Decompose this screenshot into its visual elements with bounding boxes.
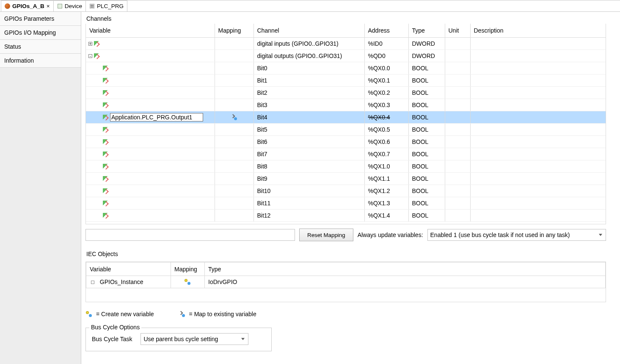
- unit-cell: [445, 111, 470, 123]
- table-row[interactable]: Bit0%QX0.0BOOL: [86, 62, 606, 74]
- address-cell: %QX1.4: [364, 209, 408, 221]
- type-cell: BOOL: [408, 160, 445, 172]
- sidebar-item-status[interactable]: Status: [0, 40, 81, 54]
- variable-editbox[interactable]: Application.PLC_PRG.Output1: [110, 113, 203, 121]
- table-row[interactable]: Bit11%QX1.3BOOL: [86, 197, 606, 209]
- table-row[interactable]: Bit7%QX0.7BOOL: [86, 148, 606, 160]
- description-cell: [470, 160, 606, 172]
- iec-col-variable[interactable]: Variable: [86, 262, 171, 276]
- table-row[interactable]: - digital outputs (GPIO0..GPIO31)%QD0DWO…: [86, 50, 606, 62]
- col-mapping[interactable]: Mapping: [215, 24, 254, 37]
- table-row[interactable]: Bit12%QX1.4BOOL: [86, 209, 606, 221]
- legend-exist-label: = Map to existing variable: [189, 311, 256, 317]
- sidebar-item-parameters[interactable]: GPIOs Parameters: [0, 12, 81, 26]
- sidebar-item-information[interactable]: Information: [0, 54, 81, 68]
- tab-gpios[interactable]: GPIOs_A_B ×: [1, 0, 54, 11]
- output-icon: [103, 127, 108, 132]
- iec-col-mapping[interactable]: Mapping: [171, 262, 205, 276]
- tree-icon: [90, 279, 96, 285]
- bus-cycle-task-value: Use parent bus cycle setting: [143, 336, 218, 342]
- legend: = Create new variable = Map to existing …: [85, 311, 620, 317]
- table-row[interactable]: + digital inputs (GPIO0..GPIO31)%ID0DWOR…: [86, 37, 606, 50]
- bus-cycle-task-label: Bus Cycle Task: [92, 336, 132, 342]
- type-cell: BOOL: [408, 197, 445, 209]
- tab-label: Device: [65, 3, 82, 9]
- tab-label: PLC_PRG: [97, 3, 124, 9]
- channel-cell: Bit3: [254, 99, 364, 111]
- unit-cell: [445, 172, 470, 185]
- unit-cell: [445, 185, 470, 197]
- tabs-bar: GPIOs_A_B × Device PLC_PRG: [0, 0, 620, 12]
- col-channel[interactable]: Channel: [254, 24, 364, 37]
- map-exist-icon: [179, 312, 185, 317]
- unit-cell: [445, 135, 470, 148]
- channels-table-wrap: Variable Mapping Channel Address Type Un…: [85, 24, 606, 224]
- col-address[interactable]: Address: [364, 24, 408, 37]
- output-icon: [103, 115, 108, 120]
- table-row[interactable]: Bit10%QX1.2BOOL: [86, 185, 606, 197]
- type-cell: DWORD: [408, 37, 445, 50]
- sidebar-item-io-mapping[interactable]: GPIOs I/O Mapping: [0, 26, 81, 40]
- iec-table-wrap: Variable Mapping Type GPIOs_Instance IoD…: [85, 262, 606, 302]
- unit-cell: [445, 123, 470, 135]
- type-cell: BOOL: [408, 123, 445, 135]
- tree-toggle-icon[interactable]: -: [88, 54, 92, 58]
- iec-col-type[interactable]: Type: [205, 262, 606, 276]
- description-cell: [470, 37, 606, 50]
- channel-cell: Bit1: [254, 74, 364, 86]
- channel-cell: digital inputs (GPIO0..GPIO31): [254, 37, 364, 50]
- type-cell: BOOL: [408, 209, 445, 221]
- table-row[interactable]: Bit6%QX0.6BOOL: [86, 135, 606, 148]
- description-cell: [470, 209, 606, 221]
- channel-cell: Bit10: [254, 185, 364, 197]
- output-icon: [103, 102, 108, 108]
- output-icon: [103, 139, 108, 145]
- iec-type: IoDrvGPIO: [205, 276, 606, 288]
- reset-mapping-button[interactable]: Reset Mapping: [299, 229, 353, 241]
- col-variable[interactable]: Variable: [86, 24, 215, 37]
- channel-cell: Bit9: [254, 172, 364, 185]
- type-cell: BOOL: [408, 74, 445, 86]
- tab-plcprg[interactable]: PLC_PRG: [85, 0, 127, 11]
- table-row[interactable]: Application.PLC_PRG.Output1Bit4%QX0.4BOO…: [86, 111, 606, 123]
- iec-table: Variable Mapping Type GPIOs_Instance IoD…: [86, 262, 606, 288]
- bus-cycle-task-select[interactable]: Use parent bus cycle setting: [141, 333, 248, 345]
- channel-cell: Bit12: [254, 209, 364, 221]
- update-label: Always update variables:: [358, 232, 423, 238]
- tab-device[interactable]: Device: [53, 0, 86, 11]
- col-type[interactable]: Type: [408, 24, 445, 37]
- col-unit[interactable]: Unit: [445, 24, 470, 37]
- map-new-icon: [185, 279, 190, 285]
- table-row[interactable]: Bit9%QX1.1BOOL: [86, 172, 606, 185]
- update-variables-select[interactable]: Enabled 1 (use bus cycle task if not use…: [427, 229, 606, 241]
- update-value: Enabled 1 (use bus cycle task if not use…: [430, 232, 570, 238]
- type-cell: BOOL: [408, 185, 445, 197]
- unit-cell: [445, 86, 470, 99]
- tree-toggle-icon[interactable]: +: [88, 42, 92, 46]
- iec-row[interactable]: GPIOs_Instance IoDrvGPIO: [86, 276, 606, 288]
- gpio-icon: [5, 3, 10, 9]
- table-row[interactable]: Bit5%QX0.5BOOL: [86, 123, 606, 135]
- description-cell: [470, 111, 606, 123]
- channel-cell: Bit5: [254, 123, 364, 135]
- table-row[interactable]: Bit8%QX1.0BOOL: [86, 160, 606, 172]
- map-new-icon: [86, 312, 92, 317]
- iec-title: IEC Objects: [85, 251, 620, 259]
- close-icon[interactable]: ×: [47, 3, 50, 9]
- table-row[interactable]: Bit3%QX0.3BOOL: [86, 99, 606, 111]
- address-cell: %QX1.3: [364, 197, 408, 209]
- address-cell: %QX1.1: [364, 172, 408, 185]
- col-description[interactable]: Description: [470, 24, 606, 37]
- table-row[interactable]: Bit1%QX0.1BOOL: [86, 74, 606, 86]
- filter-input[interactable]: [85, 229, 295, 241]
- description-cell: [470, 123, 606, 135]
- unit-cell: [445, 50, 470, 62]
- sidebar: GPIOs Parameters GPIOs I/O Mapping Statu…: [0, 12, 81, 364]
- table-row[interactable]: Bit2%QX0.2BOOL: [86, 86, 606, 99]
- description-cell: [470, 62, 606, 74]
- address-cell: %QX0.3: [364, 99, 408, 111]
- type-cell: BOOL: [408, 62, 445, 74]
- address-cell: %ID0: [364, 37, 408, 50]
- unit-cell: [445, 148, 470, 160]
- channel-cell: Bit6: [254, 135, 364, 148]
